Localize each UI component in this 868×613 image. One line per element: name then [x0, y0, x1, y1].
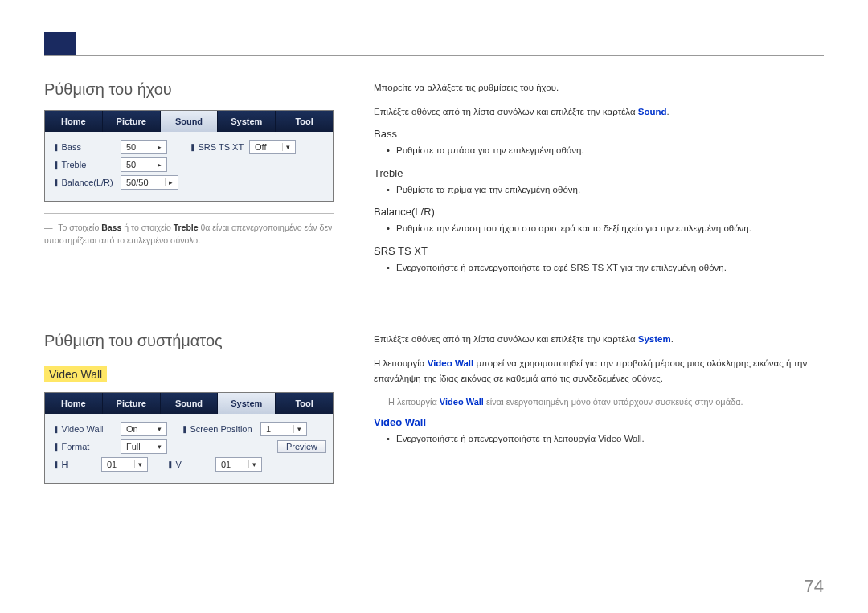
tab-system[interactable]: System — [218, 393, 276, 414]
heading-system: Ρύθμιση του συστήματος — [44, 332, 334, 350]
highlight-videowall: Video Wall — [44, 366, 107, 382]
label-balance: Balance(L/R) — [51, 178, 116, 187]
chevron-down-icon[interactable]: ▾ — [282, 143, 293, 151]
select-srs[interactable]: Off ▾ — [249, 140, 296, 154]
subhead-videowall: Video Wall — [374, 416, 824, 428]
chevron-down-icon[interactable]: ▾ — [248, 460, 260, 468]
chevron-right-icon[interactable]: ▸ — [165, 178, 176, 186]
label-bass: Bass — [51, 142, 116, 152]
chevron-down-icon[interactable]: ▾ — [293, 425, 305, 433]
tab-tool[interactable]: Tool — [276, 111, 333, 132]
system-panel: Home Picture Sound System Tool Video Wal… — [44, 392, 334, 484]
sound-tabbar: Home Picture Sound System Tool — [45, 111, 333, 132]
sound-note: ― Το στοιχείο Bass ή το στοιχείο Treble … — [44, 222, 334, 247]
chevron-right-icon[interactable]: ▸ — [154, 161, 165, 169]
tab-sound[interactable]: Sound — [161, 111, 219, 132]
tab-sound[interactable]: Sound — [161, 393, 219, 414]
label-v: V — [166, 460, 211, 469]
label-srs: SRS TS XT — [188, 142, 244, 152]
tab-home[interactable]: Home — [45, 393, 103, 414]
select-balance[interactable]: 50/50 ▸ — [121, 175, 178, 190]
select-h[interactable]: 01 ▾ — [101, 457, 148, 472]
subhead-srs: SRS TS XT — [374, 245, 824, 257]
chevron-right-icon[interactable]: ▸ — [154, 143, 165, 151]
chevron-down-icon[interactable]: ▾ — [134, 460, 145, 468]
tab-picture[interactable]: Picture — [103, 111, 161, 132]
subhead-bass: Bass — [374, 128, 824, 140]
sound-intro-1: Μπορείτε να αλλάξετε τις ρυθμίσεις του ή… — [374, 80, 824, 96]
li-srs: Ενεργοποιήστε ή απενεργοποιήστε το εφέ S… — [387, 260, 824, 276]
page-number: 74 — [805, 576, 824, 597]
select-format[interactable]: Full ▾ — [121, 439, 167, 454]
select-screenpos[interactable]: 1 ▾ — [260, 422, 307, 436]
header-bar — [44, 32, 824, 56]
system-intro: Επιλέξτε οθόνες από τη λίστα συνόλων και… — [374, 332, 824, 348]
select-videowall[interactable]: On ▾ — [121, 422, 167, 436]
li-bass: Ρυθμίστε τα μπάσα για την επιλεγμένη οθό… — [387, 143, 824, 159]
subhead-treble: Treble — [374, 167, 824, 179]
subhead-balance: Balance(L/R) — [374, 206, 824, 218]
divider — [44, 213, 334, 214]
tab-system[interactable]: System — [218, 111, 276, 132]
system-desc: Η λειτουργία Video Wall μπορεί να χρησιμ… — [374, 356, 824, 387]
select-bass[interactable]: 50 ▸ — [121, 140, 167, 154]
tab-home[interactable]: Home — [45, 111, 103, 132]
select-treble[interactable]: 50 ▸ — [121, 157, 167, 172]
select-v[interactable]: 01 ▾ — [215, 457, 262, 472]
chevron-down-icon[interactable]: ▾ — [154, 443, 165, 451]
label-screenpos: Screen Position — [182, 424, 256, 434]
label-format: Format — [51, 442, 116, 452]
li-balance: Ρυθμίστε την ένταση του ήχου στο αριστερ… — [387, 221, 824, 237]
system-note: ― Η λειτουργία Video Wall είναι ενεργοπο… — [374, 395, 824, 409]
label-h: H — [51, 460, 96, 469]
chevron-down-icon[interactable]: ▾ — [154, 425, 165, 433]
tab-tool[interactable]: Tool — [276, 393, 333, 414]
li-treble: Ρυθμίστε τα πρίμα για την επιλεγμένη οθό… — [387, 182, 824, 198]
preview-button[interactable]: Preview — [277, 440, 326, 453]
sound-panel: Home Picture Sound System Tool Bass 50 ▸ — [44, 110, 334, 202]
heading-sound: Ρύθμιση του ήχου — [44, 80, 334, 99]
sound-intro-2: Επιλέξτε οθόνες από τη λίστα συνόλων και… — [374, 104, 824, 121]
label-videowall: Video Wall — [51, 424, 116, 434]
label-treble: Treble — [51, 160, 116, 170]
li-videowall: Ενεργοποιήστε ή απενεργοποιήστε τη λειτο… — [387, 431, 824, 447]
system-tabbar: Home Picture Sound System Tool — [45, 393, 333, 414]
tab-picture[interactable]: Picture — [103, 393, 161, 414]
